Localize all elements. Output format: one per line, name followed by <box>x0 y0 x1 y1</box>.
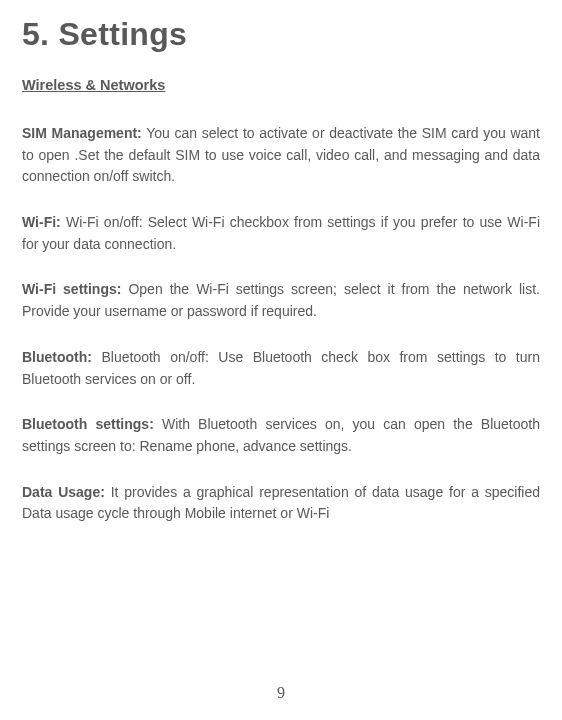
label-wifi-settings: Wi-Fi settings: <box>22 281 121 297</box>
label-wifi: Wi-Fi: <box>22 214 61 230</box>
page-number: 9 <box>0 684 562 702</box>
section-subheading: Wireless & Networks <box>22 77 540 93</box>
page-title: 5. Settings <box>22 16 540 53</box>
label-bluetooth-settings: Bluetooth settings: <box>22 416 154 432</box>
paragraph-bluetooth-settings: Bluetooth settings: With Bluetooth servi… <box>22 414 540 457</box>
document-page: 5. Settings Wireless & Networks SIM Mana… <box>0 0 562 525</box>
paragraph-data-usage: Data Usage: It provides a graphical repr… <box>22 482 540 525</box>
paragraph-wifi: Wi-Fi: Wi-Fi on/off: Select Wi-Fi checkb… <box>22 212 540 255</box>
text-bluetooth: Bluetooth on/off: Use Bluetooth check bo… <box>22 349 540 387</box>
paragraph-bluetooth: Bluetooth: Bluetooth on/off: Use Bluetoo… <box>22 347 540 390</box>
text-wifi: Wi-Fi on/off: Select Wi-Fi checkbox from… <box>22 214 540 252</box>
paragraph-sim-management: SIM Management: You can select to activa… <box>22 123 540 188</box>
label-sim-management: SIM Management: <box>22 125 142 141</box>
paragraph-wifi-settings: Wi-Fi settings: Open the Wi-Fi settings … <box>22 279 540 322</box>
label-bluetooth: Bluetooth: <box>22 349 92 365</box>
label-data-usage: Data Usage: <box>22 484 105 500</box>
